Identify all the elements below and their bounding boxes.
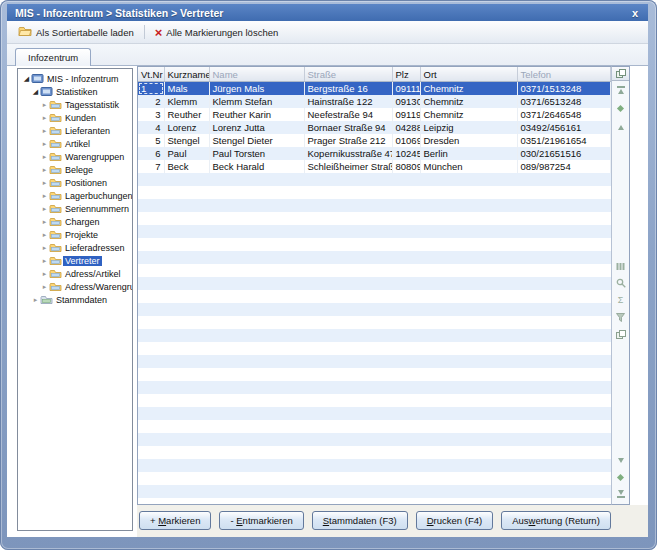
cell[interactable]: Kopernikusstraße 47 <box>304 147 392 160</box>
tree-item-positionen[interactable]: ▸ Positionen <box>18 176 132 189</box>
tree-item-lieferadressen[interactable]: ▸ Lieferadressen <box>18 241 132 254</box>
column-header-vtnr[interactable]: Vt.Nr <box>138 67 164 82</box>
chevron-collapsed-icon[interactable]: ▸ <box>40 269 49 278</box>
chevron-collapsed-icon[interactable]: ▸ <box>40 178 49 187</box>
tree-item-lagerbuchungen[interactable]: ▸ Lagerbuchungen <box>18 189 132 202</box>
cell[interactable]: Reuther <box>164 108 209 121</box>
tree-item-warengruppen[interactable]: ▸ Warengruppen <box>18 150 132 163</box>
scroll-to-bottom-icon[interactable] <box>612 488 629 500</box>
chevron-collapsed-icon[interactable]: ▸ <box>40 152 49 161</box>
cell[interactable]: Lorenz <box>164 121 209 134</box>
auswertung-button[interactable]: Auswertung (Return) <box>501 511 611 530</box>
cell[interactable]: 09119 <box>392 108 420 121</box>
table-row[interactable]: 5 Stengel Stengel Dieter Prager Straße 2… <box>138 134 611 147</box>
tree-item-tagesstatistik[interactable]: ▸ Tagesstatistik <box>18 98 132 111</box>
column-header-plz[interactable]: Plz <box>392 67 420 82</box>
chevron-collapsed-icon[interactable]: ▸ <box>31 295 40 304</box>
sum-icon[interactable]: Σ <box>612 294 629 306</box>
chevron-expanded-icon[interactable]: ◢ <box>31 87 40 96</box>
chevron-collapsed-icon[interactable]: ▸ <box>40 282 49 291</box>
column-chooser-button[interactable] <box>612 67 629 81</box>
cell[interactable]: Dresden <box>420 134 517 147</box>
chevron-collapsed-icon[interactable]: ▸ <box>40 126 49 135</box>
cell[interactable]: 0371/1513248 <box>517 82 611 96</box>
table-row[interactable]: 7 Beck Beck Harald Schleißheimer Straße … <box>138 160 611 173</box>
cell[interactable]: Jürgen Mals <box>209 82 304 96</box>
cell[interactable]: München <box>420 160 517 173</box>
filter-icon[interactable] <box>612 311 629 323</box>
chevron-collapsed-icon[interactable]: ▸ <box>40 256 49 265</box>
cell[interactable]: 09111 <box>392 82 420 96</box>
scroll-to-top-icon[interactable] <box>612 84 629 96</box>
stammdaten-button[interactable]: Stammdaten (F3) <box>312 511 408 530</box>
chevron-collapsed-icon[interactable]: ▸ <box>40 191 49 200</box>
chevron-collapsed-icon[interactable]: ▸ <box>40 139 49 148</box>
column-header-strasse[interactable]: Straße <box>304 67 392 82</box>
tree-item-mis-infozentrum[interactable]: ◢ MIS - Infozentrum <box>18 72 132 85</box>
cell[interactable]: Klemm <box>164 95 209 108</box>
cell[interactable]: 030/21651516 <box>517 147 611 160</box>
cell[interactable]: Chemnitz <box>420 108 517 121</box>
cell[interactable]: 01069 <box>392 134 420 147</box>
cell[interactable]: Reuther Karin <box>209 108 304 121</box>
cell[interactable]: 04288 <box>392 121 420 134</box>
cell[interactable]: Paul <box>164 147 209 160</box>
scroll-up-icon[interactable] <box>612 121 629 133</box>
cell[interactable]: 089/987254 <box>517 160 611 173</box>
chevron-collapsed-icon[interactable]: ▸ <box>40 113 49 122</box>
cell[interactable]: Schleißheimer Straße 378 <box>304 160 392 173</box>
chevron-collapsed-icon[interactable]: ▸ <box>40 165 49 174</box>
cell[interactable]: 03492/456161 <box>517 121 611 134</box>
cell[interactable]: 4 <box>138 121 164 134</box>
cell[interactable]: 09130 <box>392 95 420 108</box>
column-header-telefon[interactable]: Telefon <box>517 67 611 82</box>
cell[interactable]: Prager Straße 212 <box>304 134 392 147</box>
cell[interactable]: Chemnitz <box>420 95 517 108</box>
cell[interactable]: 6 <box>138 147 164 160</box>
cell[interactable]: Beck <box>164 160 209 173</box>
column-header-name[interactable]: Name <box>209 67 304 82</box>
tree-item-statistiken[interactable]: ◢ Statistiken <box>18 85 132 98</box>
cell[interactable]: 3 <box>138 108 164 121</box>
selection-marker-down-icon[interactable] <box>612 471 629 483</box>
print-button[interactable]: Drucken (F4) <box>416 511 493 530</box>
tree-item-vertreter[interactable]: ▸ Vertreter <box>18 254 132 267</box>
cell[interactable]: Leipzig <box>420 121 517 134</box>
column-header-ort[interactable]: Ort <box>420 67 517 82</box>
selection-marker-up-icon[interactable] <box>612 102 629 114</box>
export-icon[interactable] <box>612 328 629 340</box>
cell[interactable]: Bergstraße 16 <box>304 82 392 96</box>
cell[interactable]: 80809 <box>392 160 420 173</box>
chevron-expanded-icon[interactable]: ◢ <box>22 74 31 83</box>
tree-item-chargen[interactable]: ▸ Chargen <box>18 215 132 228</box>
cell[interactable]: 10245 <box>392 147 420 160</box>
cell[interactable]: 7 <box>138 160 164 173</box>
chevron-collapsed-icon[interactable]: ▸ <box>40 243 49 252</box>
table-row[interactable]: 2 Klemm Klemm Stefan Hainstraße 122 0913… <box>138 95 611 108</box>
cell[interactable]: 0371/6513248 <box>517 95 611 108</box>
column-header-kurzname[interactable]: Kurzname <box>164 67 209 82</box>
chevron-collapsed-icon[interactable]: ▸ <box>40 217 49 226</box>
load-sort-table-button[interactable]: Als Sortiertabelle laden <box>12 23 140 41</box>
cell[interactable]: Berlin <box>420 147 517 160</box>
cell[interactable]: Paul Torsten <box>209 147 304 160</box>
unmark-button[interactable]: - Entmarkieren <box>219 511 303 530</box>
cell[interactable]: Hainstraße 122 <box>304 95 392 108</box>
cell[interactable]: Beck Harald <box>209 160 304 173</box>
tree-item-seriennummern[interactable]: ▸ Seriennummern <box>18 202 132 215</box>
table-row-selected[interactable]: 1 Mals Jürgen Mals Bergstraße 16 09111 C… <box>138 82 611 96</box>
table-row[interactable]: 6 Paul Paul Torsten Kopernikusstraße 47 … <box>138 147 611 160</box>
tree-item-kunden[interactable]: ▸ Kunden <box>18 111 132 124</box>
tree-item-adress-artikel[interactable]: ▸ Adress/Artikel <box>18 267 132 280</box>
close-icon[interactable]: x <box>630 7 640 19</box>
cell[interactable]: 0371/2646548 <box>517 108 611 121</box>
cell[interactable]: Lorenz Jutta <box>209 121 304 134</box>
cell[interactable]: 5 <box>138 134 164 147</box>
cell[interactable]: Stengel Dieter <box>209 134 304 147</box>
mark-button[interactable]: + Markieren <box>139 511 211 530</box>
cell[interactable]: Chemnitz <box>420 82 517 96</box>
cell[interactable]: Neefestraße 94 <box>304 108 392 121</box>
scroll-down-icon[interactable] <box>612 454 629 466</box>
cell[interactable]: 2 <box>138 95 164 108</box>
tree-item-stammdaten[interactable]: ▸ Stammdaten <box>18 293 132 306</box>
